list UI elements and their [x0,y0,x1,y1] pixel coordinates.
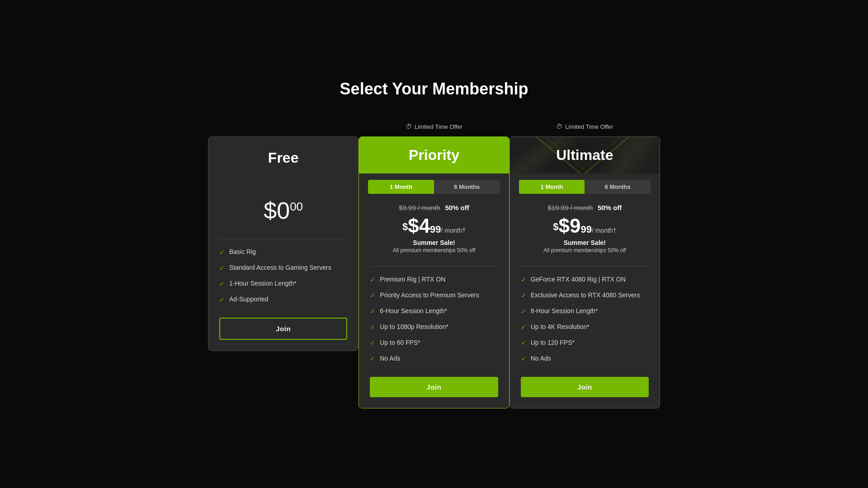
check-icon: ✓ [370,276,375,283]
priority-plan-name: Priority [368,147,500,164]
free-plan-name: Free [217,150,349,166]
check-icon: ✓ [370,308,375,315]
list-item: ✓ Basic Rig [219,248,347,256]
list-item: ✓ Exclusive Access to RTX 4080 Servers [521,291,649,299]
ultimate-price-dollars: $9 [558,215,580,237]
free-header: Free [208,137,358,179]
free-cents: 00 [290,200,303,213]
free-features-list: ✓ Basic Rig ✓ Standard Access to Gaming … [208,244,358,312]
check-icon: ✓ [521,292,526,299]
priority-original-price: $9.99 / month [399,204,440,211]
priority-sale-sub: All premium memberships 50% off [370,247,498,253]
check-icon: ✓ [521,324,526,331]
list-item: ✓ GeForce RTX 4080 Rig | RTX ON [521,276,649,283]
priority-discount: 50% off [445,204,469,211]
check-icon: ✓ [521,355,526,362]
priority-period-toggle: 1 Month 6 Months [368,180,500,194]
check-icon: ✓ [219,264,225,272]
feature-text: Ad-Supported [229,296,268,303]
ultimate-price-row: $$999/ month† [521,215,649,237]
priority-dollar-sign: $ [402,221,408,232]
priority-price-row: $$499/ month† [370,215,498,237]
ultimate-1month-btn[interactable]: 1 Month [519,180,585,194]
list-item: ✓ 6-Hour Session Length* [370,307,498,315]
priority-original-price-row: $9.99 / month 50% off [370,204,498,212]
ultimate-original-price-row: $19.99 / month 50% off [521,204,649,212]
timer-icon: ⏱ [406,123,412,130]
feature-text: GeForce RTX 4080 Rig | RTX ON [531,276,626,283]
feature-text: Up to 4K Resolution* [531,323,590,330]
free-divider [219,239,347,239]
check-icon: ✓ [219,280,225,287]
ultimate-price-section: $19.99 / month 50% off $$999/ month† Sum… [510,200,660,261]
feature-text: Basic Rig [229,248,256,255]
check-icon: ✓ [219,249,225,256]
priority-badge: ⏱ Limited Time Offer [406,120,462,133]
free-join-button[interactable]: Join [219,318,347,340]
ultimate-sale-label: Summer Sale! [521,239,649,246]
list-item: ✓ Up to 120 FPS* [521,339,649,347]
list-item: ✓ Up to 4K Resolution* [521,323,649,331]
list-item: ✓ Standard Access to Gaming Servers [219,264,347,272]
check-icon: ✓ [370,324,375,331]
priority-price-section: $9.99 / month 50% off $$499/ month† Summ… [359,200,509,261]
free-join-wrapper: Join [208,312,358,351]
ultimate-price-cents: 99 [580,224,591,235]
ultimate-card: Ultimate 1 Month 6 Months $19.99 / month… [509,136,660,408]
feature-text: 1-Hour Session Length* [229,280,297,287]
ultimate-sale-sub: All premium memberships 50% off [521,247,649,253]
ultimate-plan-name: Ultimate [519,147,651,164]
check-icon: ✓ [219,296,225,303]
priority-features-list: ✓ Premium Rig | RTX ON ✓ Priority Access… [359,272,509,371]
priority-price-period: / month† [441,227,466,234]
free-dollar: $0 [264,197,290,224]
priority-join-wrapper: Join [359,371,509,408]
priority-card: Priority 1 Month 6 Months $9.99 / month … [359,136,509,408]
list-item: ✓ Priority Access to Premium Servers [370,291,498,299]
check-icon: ✓ [521,276,526,283]
feature-text: Premium Rig | RTX ON [380,276,445,283]
ultimate-original-price: $19.99 / month [547,204,593,211]
ultimate-plan-wrapper: ⏱ Limited Time Offer Ultimate [509,120,660,408]
feature-text: Standard Access to Gaming Servers [229,264,331,271]
ultimate-period-toggle: 1 Month 6 Months [519,180,651,194]
feature-text: Up to 120 FPS* [531,339,575,346]
priority-1month-btn[interactable]: 1 Month [368,180,434,194]
ultimate-divider [521,266,649,267]
feature-text: No Ads [531,355,551,362]
list-item: ✓ 1-Hour Session Length* [219,280,347,287]
ultimate-badge: ⏱ Limited Time Offer [556,120,613,133]
list-item: ✓ Up to 1080p Resolution* [370,323,498,331]
priority-badge-text: Limited Time Offer [415,123,462,130]
ultimate-features-list: ✓ GeForce RTX 4080 Rig | RTX ON ✓ Exclus… [510,272,660,371]
check-icon: ✓ [370,355,375,362]
check-icon: ✓ [521,308,526,315]
feature-text: Up to 60 FPS* [380,339,420,346]
free-card: Free $000 ✓ Basic Rig ✓ Standard Access … [208,136,359,351]
ultimate-join-button[interactable]: Join [521,377,649,397]
check-icon: ✓ [370,339,375,347]
ultimate-6months-btn[interactable]: 6 Months [585,180,651,194]
priority-join-button[interactable]: Join [370,377,498,397]
feature-text: Up to 1080p Resolution* [380,323,448,330]
priority-header: Priority [359,137,509,174]
feature-text: Priority Access to Premium Servers [380,291,479,299]
check-icon: ✓ [370,292,375,299]
list-item: ✓ Ad-Supported [219,296,347,303]
free-price: $000 [264,197,303,224]
priority-sale-label: Summer Sale! [370,239,498,246]
ultimate-discount: 50% off [598,204,622,211]
priority-price-cents: 99 [430,224,441,235]
priority-price-dollars: $4 [408,215,430,237]
list-item: ✓ Up to 60 FPS* [370,339,498,347]
ultimate-header: Ultimate [510,137,660,174]
timer-icon: ⏱ [556,123,562,130]
priority-plan-wrapper: ⏱ Limited Time Offer Priority 1 Month 6 … [359,120,509,408]
free-price-section: $000 [208,179,358,233]
ultimate-join-wrapper: Join [510,371,660,408]
free-plan-wrapper: ⏱ Limited Time Offer Free $000 ✓ Basic R… [208,120,359,351]
check-icon: ✓ [521,339,526,347]
list-item: ✓ 8-Hour Session Length* [521,307,649,315]
feature-text: 6-Hour Session Length* [380,307,447,314]
priority-6months-btn[interactable]: 6 Months [434,180,500,194]
